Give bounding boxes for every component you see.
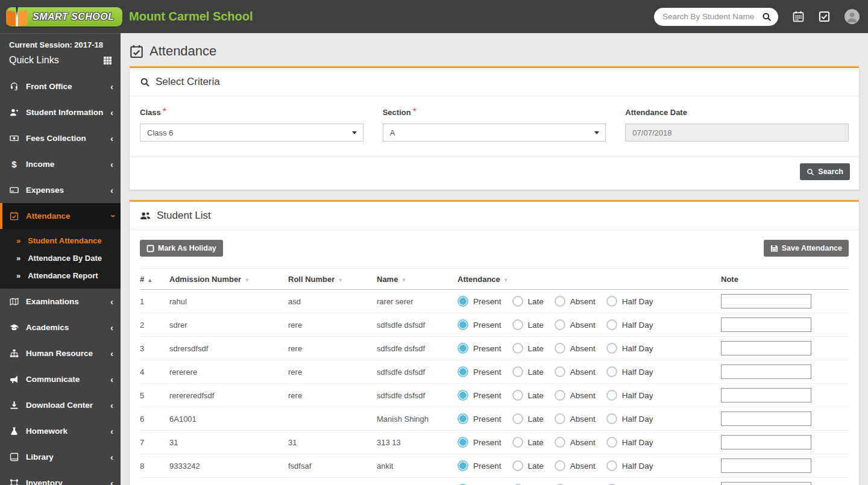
app-logo[interactable]: SMART SCHOOL [0, 7, 121, 27]
present-radio[interactable] [458, 343, 468, 354]
quick-links[interactable]: Quick Links [9, 55, 112, 66]
column-header-attendance[interactable]: Attendance▼ [458, 269, 721, 290]
note-input[interactable] [721, 388, 811, 402]
sidebar-item-homework[interactable]: Homework‹ [0, 418, 121, 444]
late-radio[interactable] [512, 366, 523, 377]
search-icon[interactable] [762, 12, 772, 22]
radio-halfday[interactable]: Half Day [606, 319, 653, 330]
halfday-radio[interactable] [606, 319, 617, 330]
late-radio[interactable] [512, 296, 523, 307]
radio-present[interactable]: Present [458, 366, 502, 377]
halfday-radio[interactable] [606, 366, 617, 377]
radio-absent[interactable]: Absent [555, 366, 596, 377]
column-header-admission[interactable]: Admission Number▼ [169, 269, 288, 290]
sidebar-item-download-center[interactable]: Download Center‹ [0, 392, 121, 418]
save-attendance-button[interactable]: Save Attendance [764, 240, 849, 257]
radio-absent[interactable]: Absent [555, 390, 596, 401]
radio-halfday[interactable]: Half Day [606, 343, 653, 354]
absent-radio[interactable] [555, 319, 565, 330]
radio-absent[interactable]: Absent [555, 343, 596, 354]
halfday-radio[interactable] [606, 390, 617, 401]
radio-halfday[interactable]: Half Day [606, 366, 653, 377]
radio-late[interactable]: Late [512, 366, 544, 377]
radio-late[interactable]: Late [512, 437, 544, 448]
radio-absent[interactable]: Absent [555, 413, 596, 424]
absent-radio[interactable] [555, 296, 565, 307]
sidebar-item-communicate[interactable]: Communicate‹ [0, 366, 121, 392]
class-select[interactable]: Class 6 [140, 124, 363, 142]
sidebar-item-income[interactable]: $Income‹ [0, 151, 121, 177]
radio-halfday[interactable]: Half Day [606, 437, 653, 448]
column-header-number[interactable]: #▲ [140, 269, 169, 290]
mark-as-holiday-button[interactable]: Mark As Holiday [140, 240, 223, 257]
sidebar-item-expenses[interactable]: Expenses‹ [0, 177, 121, 203]
radio-halfday[interactable]: Half Day [606, 460, 653, 471]
note-input[interactable] [721, 435, 811, 449]
absent-radio[interactable] [555, 460, 565, 471]
sidebar-item-inventory[interactable]: Inventory‹ [0, 470, 121, 485]
radio-absent[interactable]: Absent [555, 319, 596, 330]
note-input[interactable] [721, 318, 811, 332]
sidebar-item-front-office[interactable]: Front Office‹ [0, 74, 121, 99]
sidebar-item-academics[interactable]: Academics‹ [0, 314, 121, 340]
radio-present[interactable]: Present [458, 390, 502, 401]
section-select[interactable]: A [383, 124, 606, 142]
note-input[interactable] [721, 365, 811, 379]
radio-present[interactable]: Present [458, 343, 502, 354]
column-header-roll[interactable]: Roll Number▼ [288, 269, 377, 290]
absent-radio[interactable] [555, 390, 565, 401]
present-radio[interactable] [458, 437, 468, 448]
late-radio[interactable] [512, 390, 523, 401]
radio-present[interactable]: Present [458, 437, 502, 448]
search-input[interactable] [662, 12, 762, 21]
sidebar-item-student-information[interactable]: Student Information‹ [0, 99, 121, 125]
absent-radio[interactable] [555, 343, 565, 354]
user-avatar[interactable] [844, 9, 860, 24]
halfday-radio[interactable] [606, 437, 617, 448]
radio-present[interactable]: Present [458, 296, 502, 307]
sidebar-item-examinations[interactable]: Examinations‹ [0, 289, 121, 314]
column-header-name[interactable]: Name▼ [377, 269, 458, 290]
late-radio[interactable] [512, 343, 523, 354]
present-radio[interactable] [458, 319, 468, 330]
radio-present[interactable]: Present [458, 460, 502, 471]
present-radio[interactable] [458, 366, 468, 377]
note-input[interactable] [721, 294, 811, 308]
radio-halfday[interactable]: Half Day [606, 390, 653, 401]
note-input[interactable] [721, 341, 811, 355]
late-radio[interactable] [512, 437, 523, 448]
halfday-radio[interactable] [606, 460, 617, 471]
present-radio[interactable] [458, 413, 468, 424]
submenu-item-student-attendance[interactable]: »Student Attendance [0, 232, 121, 249]
calendar-icon[interactable] [793, 11, 804, 22]
tasks-icon[interactable] [819, 11, 830, 22]
sidebar-item-human-resource[interactable]: Human Resource‹ [0, 340, 121, 366]
sidebar-item-attendance[interactable]: Attendance‹ [0, 203, 121, 229]
submenu-item-attendance-by-date[interactable]: »Attendance By Date [0, 249, 121, 267]
radio-absent[interactable]: Absent [555, 437, 596, 448]
search-button[interactable]: Search [800, 163, 850, 180]
present-radio[interactable] [458, 390, 468, 401]
absent-radio[interactable] [555, 366, 565, 377]
submenu-item-attendance-report[interactable]: »Attendance Report [0, 267, 121, 284]
absent-radio[interactable] [555, 437, 565, 448]
present-radio[interactable] [458, 460, 468, 471]
radio-late[interactable]: Late [512, 460, 544, 471]
late-radio[interactable] [512, 413, 523, 424]
radio-halfday[interactable]: Half Day [606, 413, 653, 424]
radio-present[interactable]: Present [458, 319, 502, 330]
attendance-date-input[interactable]: 07/07/2018 [625, 124, 849, 142]
radio-absent[interactable]: Absent [555, 296, 596, 307]
halfday-radio[interactable] [606, 413, 617, 424]
radio-absent[interactable]: Absent [555, 460, 596, 471]
late-radio[interactable] [512, 319, 523, 330]
note-input[interactable] [721, 411, 811, 426]
present-radio[interactable] [458, 296, 468, 307]
late-radio[interactable] [512, 460, 523, 471]
halfday-radio[interactable] [606, 343, 617, 354]
radio-late[interactable]: Late [512, 390, 544, 401]
radio-late[interactable]: Late [512, 319, 544, 330]
radio-late[interactable]: Late [512, 343, 544, 354]
radio-late[interactable]: Late [512, 413, 544, 424]
radio-present[interactable]: Present [458, 413, 502, 424]
